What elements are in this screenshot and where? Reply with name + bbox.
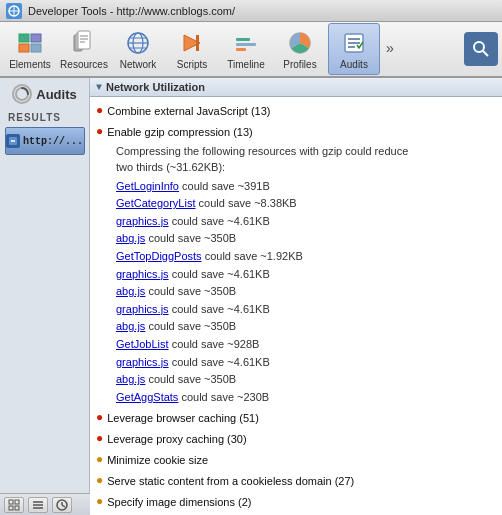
audit-item-3: ● Leverage browser caching (51) <box>96 408 496 429</box>
resources-icon <box>70 29 98 57</box>
left-panel: Audits RESULTS http://... <box>0 78 90 515</box>
audit-text-6: Serve static content from a cookieless d… <box>107 473 354 490</box>
sub-link-2[interactable]: graphics.js <box>116 215 169 227</box>
dot-red-1: ● <box>96 103 103 120</box>
toolbar-network[interactable]: Network <box>112 23 164 75</box>
timeline-label: Timeline <box>227 59 264 70</box>
bottom-btn-2[interactable] <box>28 497 48 513</box>
svg-line-42 <box>62 505 65 507</box>
audit-item-6: ● Serve static content from a cookieless… <box>96 471 496 492</box>
elements-icon <box>16 29 44 57</box>
timeline-icon <box>232 29 260 57</box>
audit-text-7: Specify image dimensions (2) <box>107 494 251 511</box>
sub-link-9[interactable]: GetJobList <box>116 338 169 350</box>
sub-item-6: abg.js could save ~350B <box>116 283 496 301</box>
audit-item-5: ● Minimize cookie size <box>96 450 496 471</box>
window-title: Developer Tools - http://www.cnblogs.com… <box>28 5 235 17</box>
audits-spinner <box>12 84 32 104</box>
svg-rect-33 <box>9 500 13 504</box>
sub-link-11[interactable]: abg.js <box>116 373 145 385</box>
audits-icon <box>340 29 368 57</box>
toolbar-elements[interactable]: Elements <box>4 23 56 75</box>
audit-text-3: Leverage browser caching (51) <box>107 410 259 427</box>
svg-line-29 <box>483 51 488 56</box>
audit-text-4: Leverage proxy caching (30) <box>107 431 246 448</box>
sub-item-7: graphics.js could save ~4.61KB <box>116 301 496 319</box>
elements-label: Elements <box>9 59 51 70</box>
svg-rect-4 <box>31 34 41 42</box>
bottom-btn-3[interactable] <box>52 497 72 513</box>
sub-link-8[interactable]: abg.js <box>116 320 145 332</box>
sub-link-4[interactable]: GetTopDiggPosts <box>116 250 202 262</box>
section-title-1: Network Utilization <box>106 81 205 93</box>
sub-link-5[interactable]: graphics.js <box>116 268 169 280</box>
audits-header: Audits <box>12 84 76 104</box>
toolbar-more[interactable]: » <box>382 23 398 75</box>
dot-red-3: ● <box>96 410 103 427</box>
network-label: Network <box>120 59 157 70</box>
audits-title: Audits <box>36 87 76 102</box>
dot-yellow-6: ● <box>96 473 103 490</box>
result-item[interactable]: http://... <box>5 127 85 155</box>
sub-item-8: abg.js could save ~350B <box>116 318 496 336</box>
gzip-sub-list: GetLoginInfo could save ~391B GetCategor… <box>96 178 496 409</box>
audit-list-network: ● Combine external JavaScript (13) ● Ena… <box>90 97 502 515</box>
profiles-icon <box>286 29 314 57</box>
audits-label: Audits <box>340 59 368 70</box>
sub-item-0: GetLoginInfo could save ~391B <box>116 178 496 196</box>
result-item-icon <box>6 134 20 148</box>
svg-rect-5 <box>19 44 29 52</box>
dot-yellow-5: ● <box>96 452 103 469</box>
sub-item-2: graphics.js could save ~4.61KB <box>116 213 496 231</box>
audit-text-5: Minimize cookie size <box>107 452 208 469</box>
toolbar-timeline[interactable]: Timeline <box>220 23 272 75</box>
svg-rect-19 <box>196 35 199 51</box>
audit-item-1: ● Combine external JavaScript (13) <box>96 101 496 122</box>
resources-label: Resources <box>60 59 108 70</box>
svg-rect-34 <box>15 500 19 504</box>
sub-item-9: GetJobList could save ~928B <box>116 336 496 354</box>
svg-rect-22 <box>236 48 246 51</box>
svg-rect-35 <box>9 506 13 510</box>
dot-red-2: ● <box>96 124 103 141</box>
bottom-bar <box>0 493 90 515</box>
toolbar-resources[interactable]: Resources <box>58 23 110 75</box>
toolbar: Elements Resources Network <box>0 22 502 78</box>
title-bar: Developer Tools - http://www.cnblogs.com… <box>0 0 502 22</box>
svg-rect-36 <box>15 506 19 510</box>
sub-item-12: GetAggStats could save ~230B <box>116 389 496 407</box>
sub-link-6[interactable]: abg.js <box>116 285 145 297</box>
svg-point-28 <box>474 42 484 52</box>
svg-rect-21 <box>236 43 256 46</box>
search-button[interactable] <box>464 32 498 66</box>
toolbar-audits[interactable]: Audits <box>328 23 380 75</box>
sub-link-1[interactable]: GetCategoryList <box>116 197 195 209</box>
profiles-label: Profiles <box>283 59 316 70</box>
dot-red-4: ● <box>96 431 103 448</box>
network-icon <box>124 29 152 57</box>
audit-item-2: ● Enable gzip compression (13) <box>96 122 496 143</box>
gzip-intro: Compressing the following resources with… <box>96 143 496 176</box>
sub-link-10[interactable]: graphics.js <box>116 356 169 368</box>
results-label: RESULTS <box>8 112 61 123</box>
sub-link-12[interactable]: GetAggStats <box>116 391 178 403</box>
section-network[interactable]: ▼ Network Utilization <box>90 78 502 97</box>
sub-link-0[interactable]: GetLoginInfo <box>116 180 179 192</box>
sub-item-11: abg.js could save ~350B <box>116 371 496 389</box>
audit-text-1: Combine external JavaScript (13) <box>107 103 270 120</box>
bottom-btn-1[interactable] <box>4 497 24 513</box>
result-item-text: http://... <box>23 136 83 147</box>
content-panel: ▼ Network Utilization ● Combine external… <box>90 78 502 515</box>
toolbar-scripts[interactable]: Scripts <box>166 23 218 75</box>
audit-item-7: ● Specify image dimensions (2) <box>96 492 496 513</box>
svg-rect-20 <box>236 38 250 41</box>
main-area: Audits RESULTS http://... <box>0 78 502 515</box>
sub-link-3[interactable]: abg.js <box>116 232 145 244</box>
svg-rect-6 <box>31 44 41 52</box>
svg-rect-3 <box>19 34 29 42</box>
toolbar-profiles[interactable]: Profiles <box>274 23 326 75</box>
svg-rect-9 <box>78 31 90 49</box>
dot-yellow-7: ● <box>96 494 103 511</box>
scripts-icon <box>178 29 206 57</box>
sub-link-7[interactable]: graphics.js <box>116 303 169 315</box>
